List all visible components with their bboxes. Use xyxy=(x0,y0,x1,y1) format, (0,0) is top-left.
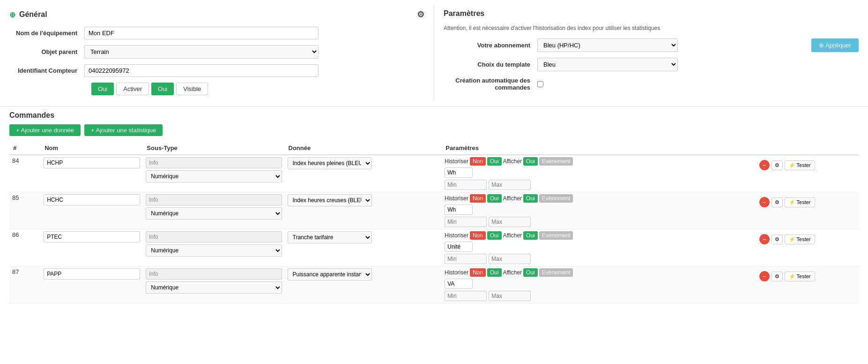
donnee-select-86[interactable]: Tranche tarifaire xyxy=(288,231,372,243)
identifiant-label: Identifiant Compteur xyxy=(9,67,84,74)
row-num: 84 xyxy=(9,155,41,192)
evenement-badge-84[interactable]: Evènement xyxy=(539,157,573,166)
soustype-select-84[interactable]: Numérique xyxy=(146,170,282,182)
add-donnee-button[interactable]: + Ajouter une donnée xyxy=(9,124,81,136)
nom-input-85[interactable] xyxy=(44,194,140,205)
min-input-86[interactable] xyxy=(445,254,487,264)
soustype-info-85 xyxy=(146,194,282,205)
oui2-badge-87[interactable]: Oui xyxy=(523,268,538,277)
col-donnee: Donnée xyxy=(285,142,442,155)
evenement-badge-85[interactable]: Evènement xyxy=(539,194,573,203)
delete-button-84[interactable]: − xyxy=(759,160,770,170)
creation-label: Création automatique des commandes xyxy=(444,77,537,91)
gear-button-84[interactable]: ⚙ xyxy=(772,160,783,170)
oui-badge-84[interactable]: Oui xyxy=(487,157,502,166)
abonnement-select[interactable]: Bleu (HP/HC) xyxy=(537,38,678,52)
objet-select[interactable]: Terrain xyxy=(84,45,319,59)
tester-button-87[interactable]: ⚡ Tester xyxy=(785,272,815,281)
oui-badge-87[interactable]: Oui xyxy=(487,268,502,277)
gear-button-86[interactable]: ⚙ xyxy=(772,235,783,244)
nom-input-86[interactable] xyxy=(44,231,140,243)
donnee-select-85[interactable]: Index heures creuses (BLEU) xyxy=(288,194,372,206)
afficher-label-84: Afficher xyxy=(503,158,522,165)
template-select[interactable]: Bleu xyxy=(537,58,678,71)
non-badge-86[interactable]: Non xyxy=(470,231,486,240)
historiser-label-86: Historiser xyxy=(445,232,468,239)
delete-button-85[interactable]: − xyxy=(759,197,770,207)
non-badge-85[interactable]: Non xyxy=(470,194,486,203)
col-num: # xyxy=(9,142,41,155)
donnee-select-87[interactable]: Puissance apparente instantanée xyxy=(288,268,372,281)
row-num: 87 xyxy=(9,266,41,303)
oui-badge-85[interactable]: Oui xyxy=(487,194,502,203)
oui2-badge-84[interactable]: Oui xyxy=(523,157,538,166)
tester-button-86[interactable]: ⚡ Tester xyxy=(785,235,815,244)
abonnement-label: Votre abonnement xyxy=(444,42,537,49)
general-title: Général xyxy=(19,10,47,19)
commandes-title: Commandes xyxy=(9,111,859,120)
appliquer-button[interactable]: ⊕ Appliquer xyxy=(811,38,859,52)
general-gear-icon[interactable]: ⚙ xyxy=(417,9,424,20)
nom-input[interactable] xyxy=(84,27,319,39)
oui2-badge-85[interactable]: Oui xyxy=(523,194,538,203)
max-input-84[interactable] xyxy=(489,180,531,190)
max-input-85[interactable] xyxy=(489,217,531,227)
add-stat-button[interactable]: + Ajouter une statistique xyxy=(84,124,163,136)
template-label: Choix du template xyxy=(444,61,537,68)
nom-input-87[interactable] xyxy=(44,268,140,280)
soustype-select-86[interactable]: Numérique xyxy=(146,244,282,257)
creation-checkbox[interactable] xyxy=(537,81,543,87)
gear-button-85[interactable]: ⚙ xyxy=(772,197,783,207)
table-row: 84 Numérique Index heures pleines (BLEU) xyxy=(9,155,859,192)
params-warning: Attention, il est nécessaire d'activer l… xyxy=(444,25,859,31)
table-row: 85 Numérique Index heures creuses (BLEU) xyxy=(9,192,859,229)
nom-input-84[interactable] xyxy=(44,157,140,168)
oui2-badge-86[interactable]: Oui xyxy=(523,231,538,240)
objet-label: Objet parent xyxy=(9,48,84,55)
col-soustype: Sous-Type xyxy=(143,142,284,155)
unite-input-86[interactable] xyxy=(445,242,473,252)
donnee-select-84[interactable]: Index heures pleines (BLEU) xyxy=(288,157,372,169)
oui2-button[interactable]: Oui xyxy=(151,83,174,95)
col-nom: Nom xyxy=(41,142,143,155)
visible-button[interactable]: Visible xyxy=(176,83,208,95)
unite-input-84[interactable] xyxy=(445,167,473,178)
max-input-87[interactable] xyxy=(489,291,531,301)
col-actions xyxy=(757,142,859,155)
evenement-badge-86[interactable]: Evènement xyxy=(539,231,573,240)
soustype-info-86 xyxy=(146,231,282,243)
afficher-label-85: Afficher xyxy=(503,195,522,202)
non-badge-84[interactable]: Non xyxy=(470,157,486,166)
unite-input-85[interactable] xyxy=(445,205,473,215)
oui-badge-86[interactable]: Oui xyxy=(487,231,502,240)
tester-button-84[interactable]: ⚡ Tester xyxy=(785,160,815,170)
historiser-label-84: Historiser xyxy=(445,158,468,165)
non-badge-87[interactable]: Non xyxy=(470,268,486,277)
gear-button-87[interactable]: ⚙ xyxy=(772,272,783,281)
soustype-select-87[interactable]: Numérique xyxy=(146,281,282,294)
delete-button-86[interactable]: − xyxy=(759,234,770,244)
soustype-select-85[interactable]: Numérique xyxy=(146,207,282,220)
activer-button[interactable]: Activer xyxy=(116,83,149,95)
nom-label: Nom de l'équipement xyxy=(9,30,84,37)
tester-button-85[interactable]: ⚡ Tester xyxy=(785,197,815,207)
table-row: 86 Numérique Tranche tarifaire xyxy=(9,229,859,266)
row-num: 86 xyxy=(9,229,41,266)
min-input-85[interactable] xyxy=(445,217,487,227)
soustype-info-84 xyxy=(146,157,282,168)
col-params: Paramètres xyxy=(442,142,756,155)
min-input-84[interactable] xyxy=(445,180,487,190)
evenement-badge-87[interactable]: Evènement xyxy=(539,268,573,277)
oui1-button[interactable]: Oui xyxy=(91,83,114,95)
unite-input-87[interactable] xyxy=(445,279,473,289)
params-title: Paramètres xyxy=(444,9,484,18)
afficher-label-87: Afficher xyxy=(503,269,522,276)
table-row: 87 Numérique Puissance apparente instant… xyxy=(9,266,859,303)
max-input-86[interactable] xyxy=(489,254,531,264)
row-num: 85 xyxy=(9,192,41,229)
min-input-87[interactable] xyxy=(445,291,487,301)
historiser-label-85: Historiser xyxy=(445,195,468,202)
delete-button-87[interactable]: − xyxy=(759,271,770,281)
identifiant-input[interactable] xyxy=(84,64,319,77)
general-icon: ⊕ xyxy=(9,10,15,19)
